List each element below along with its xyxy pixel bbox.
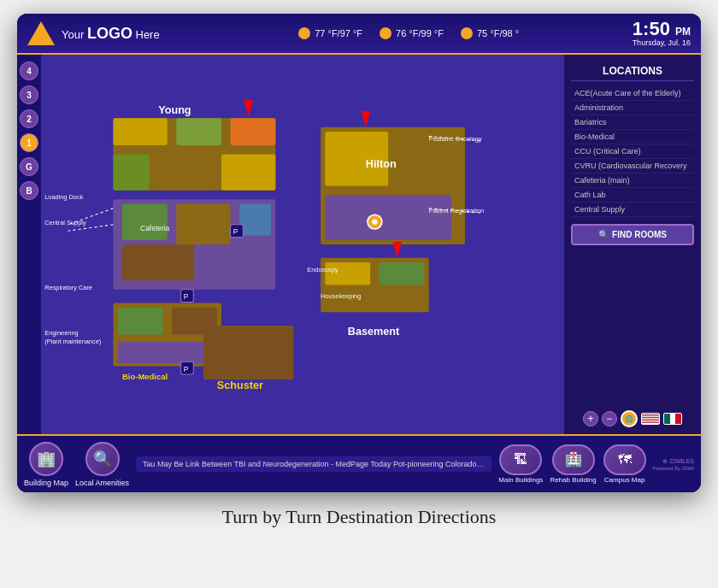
building-icon: 🏢 — [29, 442, 63, 476]
zoom-out-button[interactable]: − — [602, 411, 617, 426]
location-item-ccu[interactable]: CCU (Critical Care) — [571, 144, 694, 159]
right-panel: LOCATIONS ACE(Acute Care of the Elderly)… — [564, 55, 701, 434]
svg-text:(Plant maintenance): (Plant maintenance) — [44, 338, 101, 345]
clock-date: Thursday, Jul. 16 — [633, 38, 691, 47]
svg-point-22 — [372, 219, 377, 224]
svg-text:Bio-Medical: Bio-Medical — [122, 372, 168, 381]
building-map-button[interactable]: 🏢 Building Map — [24, 442, 68, 487]
location-item-central-supply[interactable]: Central Supply — [571, 203, 694, 217]
svg-text:Young: Young — [158, 104, 191, 116]
campus-map-icon: 🗺 — [603, 444, 646, 475]
logo-triangle-icon — [27, 21, 55, 45]
svg-text:Central Supply: Central Supply — [44, 219, 86, 226]
weather-icon-3 — [461, 27, 473, 39]
rehab-building-button[interactable]: 🏥 Rehab Building — [550, 444, 596, 485]
globe-button[interactable]: 🌐 — [621, 410, 638, 427]
map-area: Young Cafeteria Hilton — [41, 55, 564, 434]
svg-rect-26 — [118, 342, 217, 363]
svg-rect-24 — [118, 308, 163, 335]
svg-rect-10 — [122, 204, 168, 240]
floor-g-button[interactable]: G — [20, 157, 38, 176]
floor-b-button[interactable]: B — [20, 181, 38, 200]
campus-map-button[interactable]: 🗺 Campus Map — [603, 444, 646, 485]
zoom-in-button[interactable]: + — [583, 411, 598, 426]
logo-area: Your LOGO Here — [27, 21, 160, 45]
weather-item-3: 75 °F/98 ° — [461, 27, 519, 39]
svg-rect-7 — [221, 154, 275, 190]
svg-text:P: P — [184, 365, 189, 373]
svg-text:P: P — [233, 227, 238, 236]
page-subtitle: Turn by Turn Destination Directions — [222, 506, 497, 528]
clock-time: 1:50 PM — [633, 20, 691, 38]
location-item-biomedical[interactable]: Bio-Medical — [571, 130, 694, 144]
main-content: 4 3 2 1 G B — [17, 55, 701, 434]
svg-text:Housekeeping: Housekeeping — [321, 292, 361, 300]
svg-rect-12 — [239, 204, 271, 236]
flag-area: + − 🌐 — [571, 405, 694, 427]
floor-2-button[interactable]: 2 — [20, 109, 38, 128]
location-item-ace[interactable]: ACE(Acute Care of the Elderly) — [571, 86, 694, 101]
weather-icon-1 — [298, 27, 310, 39]
screen-wrapper: Your LOGO Here 77 °F/97 °F 76 °F/99 °F 7… — [17, 14, 701, 492]
svg-rect-19 — [325, 195, 451, 240]
main-buildings-icon: 🏗 — [499, 444, 542, 475]
location-item-cvru[interactable]: CVRU (Cardiovascular Recovery — [571, 159, 694, 173]
floor-selector: 4 3 2 1 G B — [17, 55, 41, 434]
bottom-toolbar: 🏢 Building Map 🔍 Local Amenities Tau May… — [17, 434, 701, 492]
svg-text:P: P — [184, 292, 189, 301]
svg-text:Endoscopy: Endoscopy — [307, 266, 338, 273]
svg-rect-4 — [231, 118, 276, 145]
brand-logo: ⊕ 22MILESPowered By 22Mil — [653, 458, 694, 471]
svg-rect-14 — [203, 244, 267, 280]
local-amenities-button[interactable]: 🔍 Local Amenities — [75, 442, 129, 487]
news-ticker: Tau May Be Link Between TBI and Neurodeg… — [136, 456, 491, 472]
svg-rect-11 — [176, 204, 230, 244]
svg-text:Respiratory Care: Respiratory Care — [44, 284, 92, 291]
svg-text:Engineering: Engineering — [44, 329, 78, 337]
clock-area: 1:50 PM Thursday, Jul. 16 — [633, 20, 691, 47]
svg-rect-3 — [176, 118, 221, 145]
flag-us[interactable] — [641, 413, 660, 425]
location-item-bariatrics[interactable]: Bariatrics — [571, 115, 694, 130]
weather-item-2: 76 °F/99 °F — [380, 27, 444, 39]
svg-rect-5 — [113, 154, 149, 190]
weather-item-1: 77 °F/97 °F — [298, 27, 362, 39]
svg-text:Loading Dock: Loading Dock — [44, 193, 83, 201]
rehab-building-icon: 🏥 — [552, 444, 595, 475]
svg-text:Hilton: Hilton — [366, 158, 397, 170]
floor-3-button[interactable]: 3 — [20, 85, 38, 104]
floor-4-button[interactable]: 4 — [20, 62, 38, 80]
svg-text:Cafeteria: Cafeteria — [140, 224, 170, 232]
search-icon: 🔍 — [598, 230, 609, 239]
find-rooms-button[interactable]: 🔍 FIND ROOMS — [571, 224, 694, 245]
logo-text: Your LOGO Here — [62, 25, 160, 43]
weather-area: 77 °F/97 °F 76 °F/99 °F 75 °F/98 ° — [185, 27, 633, 39]
location-item-cath-lab[interactable]: Cath Lab — [571, 188, 694, 203]
screen: Your LOGO Here 77 °F/97 °F 76 °F/99 °F 7… — [17, 14, 701, 492]
svg-rect-13 — [122, 244, 194, 280]
svg-rect-28 — [203, 326, 294, 379]
svg-text:Schuster: Schuster — [217, 379, 263, 391]
svg-text:Pediatric Oncology: Pediatric Oncology — [429, 135, 482, 143]
location-item-cafeteria[interactable]: Cafeteria (main) — [571, 173, 694, 188]
location-item-admin[interactable]: Administration — [571, 101, 694, 115]
floor-map-svg: Young Cafeteria Hilton — [41, 55, 564, 434]
flag-mx[interactable] — [663, 413, 682, 425]
svg-rect-32 — [380, 262, 425, 285]
main-buildings-button[interactable]: 🏗 Main Buildings — [498, 444, 543, 485]
svg-text:Basement: Basement — [348, 326, 400, 338]
svg-rect-2 — [113, 118, 167, 145]
header: Your LOGO Here 77 °F/97 °F 76 °F/99 °F 7… — [17, 14, 701, 55]
weather-icon-2 — [380, 27, 391, 39]
svg-rect-6 — [158, 154, 212, 190]
floor-1-button[interactable]: 1 — [20, 133, 38, 152]
locations-title: LOCATIONS — [571, 62, 694, 81]
search-amenities-icon: 🔍 — [85, 442, 120, 476]
